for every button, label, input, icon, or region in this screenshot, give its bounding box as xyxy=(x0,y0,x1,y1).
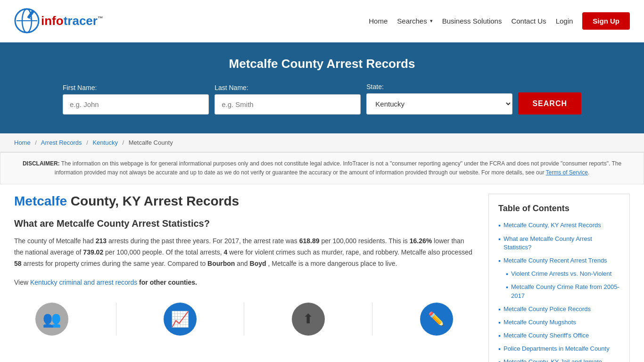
kentucky-records-link[interactable]: Kentucky criminal and arrest records xyxy=(30,279,137,286)
disclaimer-box: DISCLAIMER: The information on this webp… xyxy=(0,152,644,184)
toc-title: Table of Contents xyxy=(498,204,620,214)
scroll-up-icon: ⬆ xyxy=(292,303,325,336)
state-select[interactable]: Kentucky AlabamaAlaskaArizona ArkansasCa… xyxy=(366,93,512,115)
compare2: Boyd xyxy=(250,260,266,267)
article-title-highlight: Metcalfe xyxy=(14,194,67,208)
breadcrumb-sep-2: / xyxy=(86,139,88,146)
nav-business-solutions[interactable]: Business Solutions xyxy=(442,17,502,25)
property-count: 58 xyxy=(14,260,22,267)
signup-button[interactable]: Sign Up xyxy=(582,12,630,30)
hero-section: Metcalfe County Arrest Records First Nam… xyxy=(0,42,644,133)
breadcrumb-home[interactable]: Home xyxy=(14,139,31,146)
nav-login[interactable]: Login xyxy=(556,17,573,25)
first-name-input[interactable] xyxy=(63,94,209,115)
toc-item-5: Metcalfe County Police Records xyxy=(498,305,620,313)
arrest-rate: 618.89 xyxy=(299,237,320,245)
toc-item-2: Metcalfe County Recent Arrest Trends xyxy=(498,256,620,265)
pencil-icon: ✏️ xyxy=(420,303,453,336)
icon-item-3: ⬆ xyxy=(292,303,325,336)
nav-home[interactable]: Home xyxy=(369,17,388,25)
state-label: State: xyxy=(366,83,512,90)
sidebar: Table of Contents Metcalfe County, KY Ar… xyxy=(488,194,630,362)
first-name-group: First Name: xyxy=(63,84,209,115)
toc-box: Table of Contents Metcalfe County, KY Ar… xyxy=(488,194,630,362)
breadcrumb: Home / Arrest Records / Kentucky / Metca… xyxy=(0,133,644,152)
lower-pct: 16.26% xyxy=(410,237,432,245)
violent-count: 4 xyxy=(223,248,227,256)
compare1: Bourbon xyxy=(207,260,235,267)
main-nav: Home Searches ▾ Business Solutions Conta… xyxy=(369,12,630,30)
toc-item-7: Metcalfe County Sheriff's Office xyxy=(498,331,620,340)
article-title: Metcalfe County, KY Arrest Records xyxy=(14,194,474,209)
logo-red-text: info xyxy=(41,14,64,28)
logo: infotracer™ xyxy=(14,8,103,34)
first-name-label: First Name: xyxy=(63,84,209,91)
article: Metcalfe County, KY Arrest Records What … xyxy=(14,194,474,362)
icon-item-2: 📈 xyxy=(164,303,197,336)
toc-item-4: Metcalfe County Crime Rate from 2005-201… xyxy=(498,283,620,300)
article-paragraph-1: The county of Metcalfe had 213 arrests d… xyxy=(14,236,474,269)
toc-item-1: What are Metcalfe County Arrest Statisti… xyxy=(498,235,620,252)
national-avg: 739.02 xyxy=(83,248,103,256)
terms-of-service-link[interactable]: Terms of Service xyxy=(546,169,588,176)
article-h2: What are Metcalfe County Arrest Statisti… xyxy=(14,218,474,229)
search-button[interactable]: SEARCH xyxy=(518,92,581,115)
svg-rect-3 xyxy=(27,10,34,19)
search-form: First Name: Last Name: State: Kentucky A… xyxy=(63,83,581,115)
toc-item-8: Police Departments in Metcalfe County xyxy=(498,345,620,353)
nav-searches[interactable]: Searches ▾ xyxy=(397,17,432,25)
toc-item-9: Metcalfe County, KY Jail and Inmate Reco… xyxy=(498,358,620,362)
nav-contact-us[interactable]: Contact Us xyxy=(511,17,546,25)
arrests-count: 213 xyxy=(96,237,107,245)
disclaimer-label: DISCLAIMER: xyxy=(23,160,60,167)
last-name-label: Last Name: xyxy=(215,84,361,91)
site-header: infotracer™ Home Searches ▾ Business Sol… xyxy=(0,0,644,42)
article-title-rest: County, KY Arrest Records xyxy=(67,194,239,208)
logo-tm: ™ xyxy=(98,15,103,22)
breadcrumb-arrest-records[interactable]: Arrest Records xyxy=(41,139,82,146)
article-paragraph-2: View Kentucky criminal and arrest record… xyxy=(14,277,474,288)
state-group: State: Kentucky AlabamaAlaskaArizona Ark… xyxy=(366,83,512,115)
toc-item-3: Violent Crime Arrests vs. Non-Violent xyxy=(498,270,620,278)
disclaimer-text: The information on this webpage is for g… xyxy=(55,160,621,176)
toc-item-6: Metcalfe County Mugshots xyxy=(498,318,620,327)
breadcrumb-kentucky[interactable]: Kentucky xyxy=(92,139,117,146)
main-content: Metcalfe County, KY Arrest Records What … xyxy=(0,184,644,362)
page-title: Metcalfe County Arrest Records xyxy=(19,57,625,71)
chart-up-icon: 📈 xyxy=(164,303,197,336)
icon-row: 👥 📈 ⬆ ✏️ xyxy=(14,298,474,336)
breadcrumb-sep-1: / xyxy=(35,139,37,146)
toc-item-0: Metcalfe County, KY Arrest Records xyxy=(498,221,620,230)
people-icon: 👥 xyxy=(35,303,68,336)
breadcrumb-county: Metcalfe County xyxy=(129,139,173,146)
last-name-input[interactable] xyxy=(215,94,361,115)
last-name-group: Last Name: xyxy=(215,84,361,115)
icon-item-4: ✏️ xyxy=(420,303,453,336)
disclaimer-period: . xyxy=(588,169,589,176)
logo-blue-text: tracer xyxy=(64,14,98,28)
breadcrumb-sep-3: / xyxy=(123,139,124,146)
searches-chevron-icon: ▾ xyxy=(430,18,433,24)
toc-list: Metcalfe County, KY Arrest Records What … xyxy=(498,221,620,362)
icon-item-1: 👥 xyxy=(35,303,68,336)
